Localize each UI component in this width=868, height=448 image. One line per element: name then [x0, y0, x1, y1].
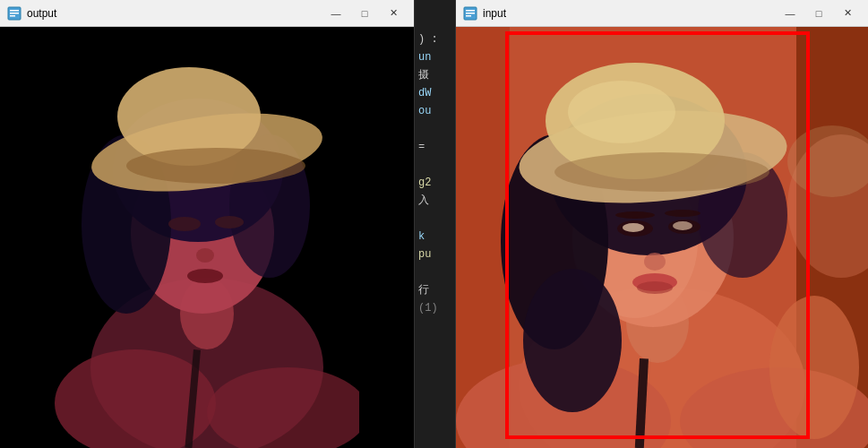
- svg-point-42: [568, 81, 675, 143]
- svg-rect-3: [10, 15, 15, 17]
- output-window: output — □ ✕: [0, 0, 414, 448]
- input-maximize-btn[interactable]: □: [805, 4, 832, 23]
- svg-point-49: [644, 253, 666, 271]
- code-line-2: un: [418, 49, 451, 65]
- svg-point-31: [769, 296, 859, 439]
- output-window-controls: — □ ✕: [322, 4, 407, 23]
- code-line-4: dW: [418, 85, 451, 101]
- output-title: output: [27, 7, 322, 20]
- svg-rect-24: [466, 15, 471, 17]
- input-titlebar: input — □ ✕: [456, 0, 868, 27]
- svg-point-37: [523, 269, 622, 412]
- output-portrait: [55, 27, 359, 448]
- svg-point-47: [615, 211, 655, 219]
- code-line-16: (1): [418, 300, 451, 316]
- code-line-3: 摄: [418, 67, 451, 83]
- code-line-9: g2: [418, 175, 451, 191]
- code-line-13: pu: [418, 246, 451, 263]
- input-window-icon: [463, 6, 477, 21]
- input-minimize-btn[interactable]: —: [777, 4, 804, 23]
- svg-rect-23: [466, 13, 475, 14]
- svg-point-48: [665, 210, 700, 217]
- svg-point-46: [673, 221, 692, 230]
- code-line-5: ou: [418, 103, 451, 119]
- svg-point-41: [554, 152, 769, 192]
- code-line-14: [418, 264, 451, 280]
- svg-point-15: [126, 148, 305, 184]
- output-window-icon: [7, 6, 21, 21]
- svg-point-16: [168, 217, 201, 231]
- svg-point-18: [196, 248, 214, 263]
- svg-rect-22: [466, 10, 475, 12]
- output-content: [0, 27, 414, 448]
- code-line-1: ) :: [418, 31, 451, 47]
- code-line-6: [418, 121, 451, 137]
- input-window-controls: — □ ✕: [777, 4, 861, 23]
- input-portrait: [456, 27, 868, 448]
- code-line-7: =: [418, 139, 451, 155]
- output-maximize-btn[interactable]: □: [351, 4, 378, 23]
- svg-point-51: [637, 281, 673, 294]
- input-title: input: [483, 7, 777, 20]
- output-minimize-btn[interactable]: —: [322, 4, 349, 23]
- input-content: [456, 27, 868, 448]
- code-line-15: 行: [418, 282, 451, 298]
- input-close-btn[interactable]: ✕: [834, 4, 861, 23]
- code-panel: ) : un 摄 dW ou = g2 入 k pu 行 (1): [414, 0, 456, 448]
- code-line-10: 入: [418, 193, 451, 209]
- output-titlebar: output — □ ✕: [0, 0, 414, 27]
- code-line-12: k: [418, 228, 451, 245]
- code-line-11: [418, 211, 451, 227]
- output-close-btn[interactable]: ✕: [380, 4, 407, 23]
- svg-point-19: [187, 269, 223, 283]
- svg-rect-1: [10, 10, 19, 12]
- svg-point-17: [215, 216, 244, 228]
- svg-point-45: [623, 223, 644, 232]
- code-line-8: [418, 157, 451, 173]
- svg-rect-2: [10, 13, 19, 14]
- input-window: input — □ ✕: [456, 0, 868, 448]
